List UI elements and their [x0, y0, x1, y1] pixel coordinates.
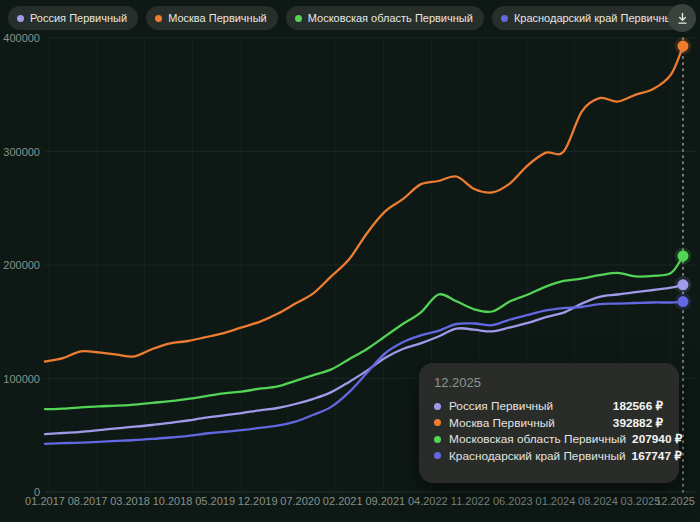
tooltip-rows: Россия Первичный182566 ₽Москва Первичный…	[434, 399, 663, 463]
tooltip-series-label: Москва Первичный	[449, 416, 607, 430]
endpoint-dot[interactable]	[678, 250, 689, 261]
x-tick-label: 09.2021	[365, 495, 405, 507]
series-line	[45, 46, 683, 361]
legend-item-label: Краснодарский край Первичный	[514, 12, 679, 24]
tooltip-series-label: Краснодарский край Первичный	[449, 449, 626, 463]
x-tick-label: 03.2018	[110, 495, 150, 507]
x-tick-label: 08.2017	[68, 495, 108, 507]
tooltip-series-label: Россия Первичный	[449, 399, 607, 413]
x-tick-label: 07.2020	[280, 495, 320, 507]
x-tick-label: 10.2018	[153, 495, 193, 507]
series-color-dot-icon	[501, 15, 508, 22]
legend-item-label: Москва Первичный	[168, 12, 267, 24]
x-tick-label: 12.2025	[655, 495, 695, 507]
endpoint-dot[interactable]	[678, 41, 689, 52]
tooltip-row: Москва Первичный392882 ₽	[434, 416, 663, 430]
series-color-dot-icon	[17, 15, 24, 22]
x-tick-label: 11.2022	[451, 495, 490, 507]
series-color-dot-icon	[434, 419, 441, 426]
y-tick-label: 100000	[0, 372, 40, 386]
series-color-dot-icon	[434, 452, 441, 459]
y-tick-label: 200000	[0, 258, 40, 272]
legend-item-0[interactable]: Россия Первичный	[8, 6, 138, 30]
tooltip-series-value: 392882 ₽	[613, 416, 663, 430]
y-tick-label: 300000	[0, 145, 40, 159]
series-color-dot-icon	[434, 403, 441, 410]
series-color-dot-icon	[295, 15, 302, 22]
tooltip-row: Московская область Первичный207940 ₽	[434, 432, 663, 446]
endpoint-dot[interactable]	[678, 279, 689, 290]
tooltip-row: Краснодарский край Первичный167747 ₽	[434, 449, 663, 463]
chart-legend: Россия ПервичныйМосква ПервичныйМосковск…	[8, 6, 690, 30]
tooltip-series-value: 167747 ₽	[632, 449, 682, 463]
legend-item-3[interactable]: Краснодарский край Первичный	[492, 6, 690, 30]
endpoint-dot[interactable]	[678, 296, 689, 307]
x-tick-label: 02.2021	[323, 495, 363, 507]
tooltip-row: Россия Первичный182566 ₽	[434, 399, 663, 413]
series-color-dot-icon	[434, 436, 441, 443]
tooltip-date: 12.2025	[434, 375, 663, 390]
series-color-dot-icon	[155, 15, 162, 22]
real-estate-price-chart: Россия ПервичныйМосква ПервичныйМосковск…	[0, 0, 700, 522]
tooltip-series-value: 182566 ₽	[613, 399, 663, 413]
x-tick-label: 08.2024	[578, 495, 618, 507]
tooltip-series-value: 207940 ₽	[632, 432, 682, 446]
x-tick-label: 01.2017	[25, 495, 65, 507]
hover-tooltip: 12.2025 Россия Первичный182566 ₽Москва П…	[419, 363, 679, 483]
x-tick-label: 12.2019	[238, 495, 278, 507]
x-tick-label: 05.2019	[195, 495, 235, 507]
x-tick-label: 06.2023	[493, 495, 533, 507]
legend-item-1[interactable]: Москва Первичный	[146, 6, 278, 30]
tooltip-series-label: Московская область Первичный	[449, 432, 626, 446]
download-icon	[675, 11, 690, 26]
legend-item-2[interactable]: Московская область Первичный	[286, 6, 484, 30]
y-tick-label: 400000	[0, 31, 40, 45]
x-tick-label: 01.2024	[536, 495, 576, 507]
legend-item-label: Московская область Первичный	[308, 12, 473, 24]
legend-item-label: Россия Первичный	[30, 12, 127, 24]
download-button[interactable]	[668, 4, 696, 32]
x-tick-label: 04.2022	[408, 495, 448, 507]
